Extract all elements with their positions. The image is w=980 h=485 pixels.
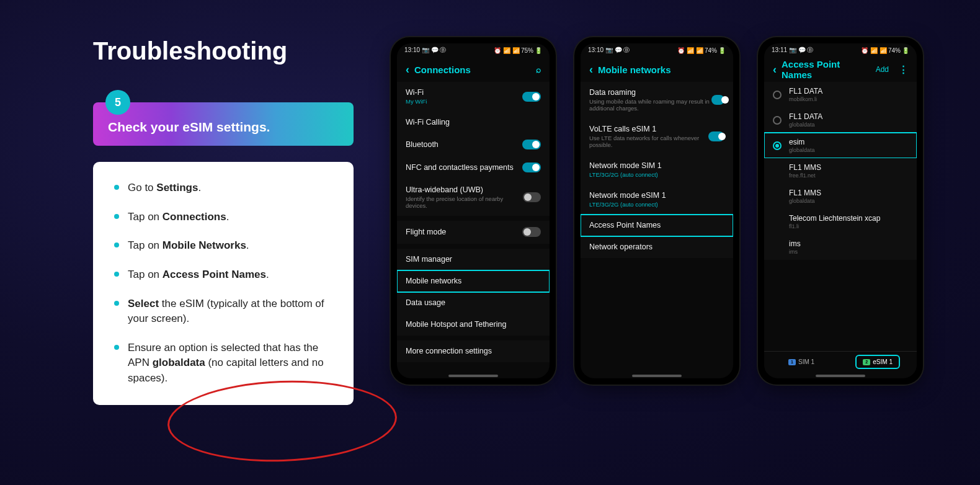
apn-row[interactable]: FL1 DATAmobilkom.li: [764, 82, 917, 107]
row-label: NFC and contactless payments: [406, 163, 514, 172]
settings-row[interactable]: Network operators: [581, 236, 733, 258]
settings-row[interactable]: Data roamingUsing mobile data while roam…: [581, 82, 733, 118]
instruction-item: Go to Settings.: [110, 180, 336, 196]
nav-header: ‹ Access Point Names Add ⋮: [764, 57, 917, 82]
status-bar: 13:10 📷 💬 Ⓑ ⏰ 📶 📶 74% 🔋: [581, 43, 733, 57]
apn-sublabel: fl1.li: [789, 223, 880, 229]
back-icon[interactable]: ‹: [773, 64, 777, 75]
bullet-icon: [114, 345, 119, 350]
settings-row[interactable]: Mobile Hotspot and Tethering: [397, 314, 550, 336]
phone-mobile-networks: 13:10 📷 💬 Ⓑ ⏰ 📶 📶 74% 🔋 ‹ Mobile network…: [574, 37, 739, 385]
settings-row[interactable]: Flight mode: [397, 221, 550, 244]
instruction-item: Tap on Mobile Networks.: [110, 238, 336, 254]
toggle-switch[interactable]: [523, 192, 541, 202]
settings-row[interactable]: Data usage: [397, 292, 550, 314]
toggle-switch[interactable]: [708, 131, 724, 141]
add-button[interactable]: Add: [876, 65, 889, 74]
settings-row[interactable]: Bluetooth: [397, 133, 550, 156]
instruction-text: Tap on Mobile Networks.: [128, 238, 249, 254]
instruction-text: Tap on Connections.: [128, 210, 229, 225]
apn-row[interactable]: esimglobaldata: [764, 133, 917, 158]
sim-tab-sim1[interactable]: 1SIM 1: [782, 356, 821, 368]
search-icon[interactable]: ⌕: [536, 65, 541, 74]
phone-connections: 13:10 📷 💬 Ⓑ ⏰ 📶 📶 75% 🔋 ‹ Connections ⌕ …: [391, 37, 556, 385]
bullet-icon: [114, 214, 119, 219]
apn-label: FL1 MMS: [789, 163, 821, 172]
radio-button[interactable]: [773, 116, 782, 125]
apn-row[interactable]: imsims: [764, 234, 917, 260]
status-time: 13:10 📷 💬 Ⓑ: [404, 46, 446, 55]
status-time: 13:11 📷 💬 Ⓑ: [772, 46, 813, 55]
back-icon[interactable]: ‹: [589, 64, 593, 75]
row-label: Ultra-wideband (UWB): [406, 185, 523, 194]
settings-row[interactable]: SIM manager: [397, 249, 550, 270]
radio-button[interactable]: [773, 141, 782, 150]
page-title: Troubleshooting: [93, 37, 354, 65]
row-label: Mobile Hotspot and Tethering: [406, 320, 506, 329]
back-icon[interactable]: ‹: [406, 64, 409, 75]
row-label: Data usage: [406, 298, 445, 307]
apn-sublabel: ims: [789, 249, 801, 255]
settings-row[interactable]: More connection settings: [397, 340, 550, 362]
home-indicator: [632, 375, 682, 377]
radio-button[interactable]: [773, 91, 782, 99]
row-label: SIM manager: [406, 255, 452, 264]
status-bar: 13:10 📷 💬 Ⓑ ⏰ 📶 📶 75% 🔋: [397, 43, 550, 57]
home-indicator: [816, 375, 865, 377]
apn-row[interactable]: FL1 MMSglobaldata: [764, 184, 917, 209]
apn-row[interactable]: FL1 MMSfree.fl1.net: [764, 158, 917, 184]
settings-row[interactable]: Wi-FiMy WiFi: [397, 82, 550, 112]
instruction-item: Tap on Access Point Names.: [110, 267, 336, 283]
apn-sublabel: globaldata: [789, 122, 822, 128]
row-label: Wi-Fi: [406, 88, 427, 97]
row-sublabel: Identify the precise location of nearby …: [406, 195, 523, 209]
settings-row[interactable]: Ultra-wideband (UWB)Identify the precise…: [397, 179, 550, 216]
more-icon[interactable]: ⋮: [899, 64, 908, 75]
apn-label: esim: [789, 138, 815, 146]
header-title: Mobile networks: [598, 65, 671, 75]
apn-sublabel: mobilkom.li: [789, 96, 822, 102]
toggle-switch[interactable]: [522, 92, 541, 102]
bullet-icon: [114, 242, 119, 247]
toggle-switch[interactable]: [522, 140, 541, 149]
apn-sublabel: globaldata: [789, 198, 821, 204]
apn-label: FL1 DATA: [789, 87, 822, 96]
status-bar: 13:11 📷 💬 Ⓑ ⏰ 📶 📶 74% 🔋: [764, 43, 917, 57]
row-sublabel: LTE/3G/2G (auto connect): [589, 201, 666, 208]
apn-row[interactable]: Telecom Liechtenstein xcapfl1.li: [764, 209, 917, 234]
row-sublabel: Using mobile data while roaming may resu…: [589, 98, 711, 112]
nav-header: ‹ Connections ⌕: [397, 57, 550, 82]
home-indicator: [448, 375, 498, 377]
status-right: ⏰ 📶 📶 74% 🔋: [677, 47, 726, 54]
sim-tab-esim1[interactable]: 2eSIM 1: [857, 356, 899, 368]
row-label: More connection settings: [406, 347, 492, 355]
header-title: Access Point Names: [782, 59, 866, 80]
header-title: Connections: [414, 65, 471, 75]
row-label: Mobile networks: [406, 277, 461, 285]
settings-row[interactable]: NFC and contactless payments: [397, 156, 550, 179]
settings-row[interactable]: Mobile networks: [397, 270, 550, 292]
settings-row[interactable]: Network mode SIM 1LTE/3G/2G (auto connec…: [581, 155, 733, 185]
step-heading: Check your eSIM settings.: [108, 120, 339, 135]
row-sublabel: LTE/3G/2G (auto connect): [589, 171, 662, 178]
toggle-switch[interactable]: [522, 227, 541, 237]
nav-header: ‹ Mobile networks: [581, 57, 733, 82]
settings-row[interactable]: Network mode eSIM 1LTE/3G/2G (auto conne…: [581, 185, 733, 215]
apn-label: ims: [789, 239, 801, 248]
instruction-text: Tap on Access Point Names.: [128, 267, 269, 283]
toggle-switch[interactable]: [522, 162, 541, 172]
apn-row[interactable]: FL1 DATAglobaldata: [764, 107, 917, 133]
row-label: Flight mode: [406, 228, 446, 236]
instruction-text: Select the eSIM (typically at the bottom…: [128, 296, 336, 327]
bullet-icon: [114, 185, 119, 190]
settings-row[interactable]: VoLTE calls eSIM 1Use LTE data networks …: [581, 118, 733, 155]
settings-row[interactable]: Wi-Fi Calling: [397, 112, 550, 133]
apn-sublabel: free.fl1.net: [789, 172, 821, 179]
status-right: ⏰ 📶 📶 74% 🔋: [861, 47, 909, 54]
settings-row[interactable]: Access Point Names: [581, 215, 733, 236]
instruction-text: Go to Settings.: [128, 180, 201, 196]
step-header: 5 Check your eSIM settings.: [93, 102, 354, 146]
instruction-item: Ensure an option is selected that has th…: [110, 340, 336, 386]
toggle-switch[interactable]: [711, 95, 724, 105]
phone-apn: 13:11 📷 💬 Ⓑ ⏰ 📶 📶 74% 🔋 ‹ Access Point N…: [758, 37, 923, 385]
